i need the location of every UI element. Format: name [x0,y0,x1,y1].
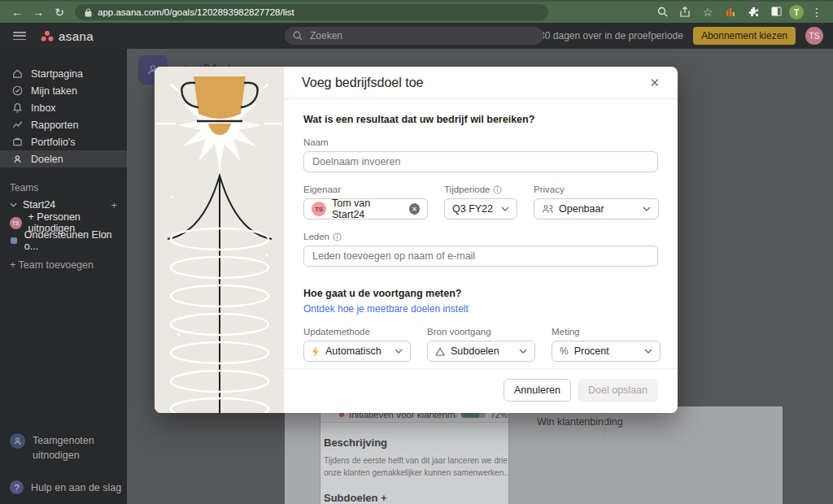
goal-form: Voeg bedrijfsdoel toe ✕ Wat is een resul… [284,67,678,413]
team-member-avatar: TS [10,217,22,229]
share-icon[interactable] [675,7,695,19]
goal-detail-panel-dimmed: Initiatieven voor klantenmarketing 72% ›… [285,406,783,504]
sidebar-item-label: Doelen [31,154,63,165]
progress-question: Hoe gaat u de voortgang meten? [303,288,658,299]
asana-logo[interactable]: asana [41,29,94,43]
url-text: app.asana.com/0/goals/1202893982827728/l… [98,7,294,17]
cancel-button[interactable]: Annuleren [504,379,571,402]
choose-subscription-button[interactable]: Abonnement kiezen [693,27,796,45]
result-question: Wat is een resultaat dat uw bedrijf wil … [303,114,658,125]
update-method-select[interactable]: Automatisch [303,341,411,362]
privacy-select[interactable]: Openbaar [534,198,659,219]
side-panel-icon[interactable] [766,7,786,18]
sidebar-item-rapporten[interactable]: Rapporten [0,116,127,133]
parent-goal-label: Win klantenbinding [537,416,783,428]
help-icon: ? [10,480,24,494]
help-link[interactable]: ? Hulp en aan de slag [0,480,127,494]
save-goal-button[interactable]: Doel opslaan [578,379,658,402]
user-avatar[interactable]: TS [805,27,823,45]
chevron-down-icon [501,206,509,211]
search-page-icon[interactable] [652,7,672,19]
period-field: Tijdperiode Q3 FY22 [444,172,517,219]
description-header: Beschrijving [324,437,508,449]
triangle-icon [435,347,445,356]
browser-menu-kebab-icon[interactable]: ⋮ [807,7,826,18]
add-team-link[interactable]: + Team toevoegen [0,259,127,271]
progress-source-label: Bron voortgang [427,327,535,337]
browser-profile-avatar[interactable]: T [789,5,804,20]
search-icon [293,31,303,41]
bookmark-star-icon[interactable]: ☆ [698,7,717,18]
dialog-title: Voeg bedrijfsdoel toe [302,76,423,90]
goals-person-icon [11,153,24,165]
add-to-team-icon[interactable]: + [111,199,117,211]
address-bar[interactable]: app.asana.com/0/goals/1202893982827728/l… [75,4,548,20]
measurable-goals-link[interactable]: Ontdek hoe je meetbare doelen instelt [303,303,658,315]
goal-name-input[interactable] [303,151,658,172]
lightning-icon [312,346,320,357]
folder-icon [11,136,24,148]
progress-source-value: Subdoelen [451,345,499,357]
team-name: Start24 [23,199,55,211]
owner-label: Eigenaar [303,185,428,194]
dialog-body: Wat is een resultaat dat uw bedrijf wil … [284,99,678,368]
chevron-down-icon [519,349,527,354]
reload-icon[interactable]: ↻ [49,7,70,18]
sidebar-item-doelen[interactable]: Doelen [0,150,127,167]
members-input[interactable] [303,245,658,267]
info-icon [493,185,502,194]
invite-teammates-link[interactable]: Teamgenoten uitnodigen [0,433,127,463]
extension-meter-icon[interactable] [721,7,740,18]
chart-line-icon [11,119,24,131]
sidebar: Startpagina Mijn taken Inbox Rapporten P… [0,49,127,504]
period-value: Q3 FY22 [452,203,493,215]
screen: ← → ↻ app.asana.com/0/goals/120289398282… [0,0,833,504]
teams-header: Teams [0,182,127,193]
sidebar-item-label: Startpagina [31,68,83,80]
sidebar-item-inbox[interactable]: Inbox [0,99,127,116]
app-topbar: asana 30 dagen over in de proefperiode A… [0,23,833,49]
back-icon[interactable]: ← [7,7,28,18]
sidebar-toggle-icon[interactable] [13,32,26,40]
owner-field: Eigenaar TS Tom van Start24 ✕ [303,172,428,219]
asana-wordmark: asana [59,29,94,43]
project-color-icon [11,237,17,244]
info-icon [333,232,342,241]
browser-chrome: ← → ↻ app.asana.com/0/goals/120289398282… [0,0,833,23]
remove-owner-icon[interactable]: ✕ [409,203,420,215]
close-icon[interactable]: ✕ [649,76,660,89]
measurement-field: Meting % Procent [552,315,661,362]
people-icon [542,204,553,214]
owner-period-privacy-row: Eigenaar TS Tom van Start24 ✕ Tijdperiod… [303,172,658,219]
period-select[interactable]: Q3 FY22 [444,198,517,219]
sidebar-item-portfolios[interactable]: Portfolio's [0,133,127,150]
members-label: Leden [303,232,658,241]
measurement-row: Updatemethode Automatisch Bron voortgang… [303,315,658,362]
sidebar-item-mijn-taken[interactable]: Mijn taken [0,82,127,99]
goal-detail-content: Initiatieven voor klantenmarketing 72% ›… [320,406,508,504]
search-input[interactable] [308,29,504,42]
measurement-label: Meting [552,327,661,337]
person-plus-icon [10,433,25,449]
owner-token[interactable]: TS Tom van Start24 ✕ [303,198,428,219]
update-method-field: Updatemethode Automatisch [303,315,411,362]
sidebar-item-label: Rapporten [31,119,78,131]
privacy-value: Openbaar [559,203,604,215]
topbar-right: 30 dagen over in de proefperiode Abonnem… [539,27,823,45]
bell-icon [11,102,24,114]
progress-source-select[interactable]: Subdoelen [427,341,535,362]
update-method-label: Updatemethode [303,327,411,337]
sidebar-item-label: Inbox [31,102,56,114]
sidebar-project[interactable]: Ondersteunen Elon o... [0,232,127,250]
asana-logo-icon [41,30,54,42]
chevron-down-icon [395,349,403,354]
forward-icon[interactable]: → [28,7,49,18]
chevron-down-icon [643,206,651,211]
sidebar-item-startpagina[interactable]: Startpagina [0,65,127,82]
owner-name: Tom van Start24 [332,198,403,220]
extensions-puzzle-icon[interactable] [744,7,763,19]
measurement-select[interactable]: % Procent [552,341,661,362]
lock-icon [85,8,92,17]
percent-icon: % [560,345,569,357]
global-search[interactable] [285,27,543,45]
